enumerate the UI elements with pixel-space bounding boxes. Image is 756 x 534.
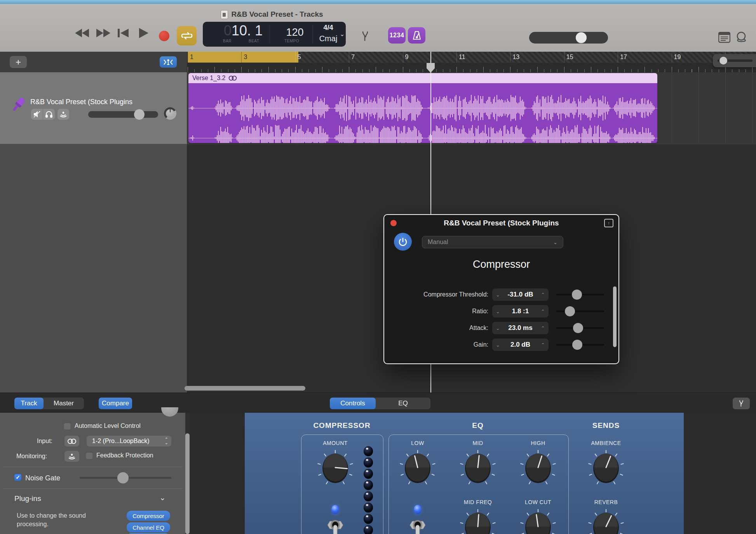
plugin-slot-compressor[interactable]: Compressor <box>127 511 170 521</box>
noise-gate-knob[interactable] <box>117 472 129 483</box>
loop-browser-icon[interactable] <box>735 31 747 44</box>
chevron-down-icon[interactable]: ⌄ <box>496 325 500 331</box>
param-row: Attack: ⌄23.0 ms⌃ <box>384 322 618 335</box>
gain-reduction-led <box>364 469 373 479</box>
editors-icon[interactable] <box>718 32 730 43</box>
eq-toggle-switch[interactable] <box>409 516 426 534</box>
play-button[interactable] <box>139 28 148 38</box>
param-stepper[interactable]: ⌄2.0 dB⌃ <box>492 339 549 351</box>
knob-amount[interactable] <box>316 447 355 490</box>
go-to-beginning-button[interactable] <box>118 28 129 38</box>
plugin-power-button[interactable] <box>394 233 412 251</box>
solo-button[interactable] <box>43 109 55 120</box>
chevron-down-icon[interactable]: ⌄ <box>340 30 345 38</box>
region-header[interactable]: Verse 1_3.2 <box>188 73 657 83</box>
param-value[interactable]: -31.0 dB <box>507 291 533 298</box>
param-stepper[interactable]: ⌄1.8 :1⌃ <box>492 305 549 318</box>
knob-reverb[interactable] <box>587 506 625 534</box>
bar-line <box>456 52 457 63</box>
param-slider[interactable] <box>556 327 604 329</box>
knob-low[interactable] <box>398 447 437 490</box>
mute-button[interactable] <box>31 109 43 120</box>
auto-level-checkbox[interactable] <box>64 422 71 429</box>
input-monitoring-button[interactable] <box>57 109 69 120</box>
panel-gap <box>190 413 245 534</box>
param-value[interactable]: 1.8 :1 <box>512 307 529 315</box>
record-button[interactable] <box>159 31 169 41</box>
input-format-button[interactable] <box>64 436 79 447</box>
param-value[interactable]: 2.0 dB <box>510 341 530 349</box>
track-volume-slider[interactable] <box>88 111 158 118</box>
chevron-down-icon[interactable]: ⌄ <box>496 292 500 298</box>
input-device-select[interactable]: 1-2 (Pro...LoopBack) ⌃⌄ <box>87 436 171 447</box>
knob-ambience[interactable] <box>587 447 625 490</box>
param-stepper[interactable]: ⌄-31.0 dB⌃ <box>492 288 549 301</box>
metronome-button[interactable] <box>408 27 425 44</box>
chevron-up-icon[interactable]: ⌃ <box>541 342 545 348</box>
cycle-button[interactable] <box>177 26 197 45</box>
plugin-slot-channel-eq[interactable]: Channel EQ <box>127 522 170 532</box>
plugins-description-2: processing. <box>17 521 49 528</box>
tab-controls[interactable]: Controls <box>330 398 376 409</box>
knob-mid[interactable] <box>458 447 497 490</box>
bar-line <box>295 52 296 63</box>
compressor-toggle-switch[interactable] <box>327 516 344 534</box>
track-name[interactable]: R&B Vocal Preset (Stock Plugins <box>30 98 132 106</box>
knob-mid-freq[interactable] <box>458 506 497 534</box>
lcd-beat-label: BEAT <box>249 39 259 43</box>
preset-dropdown[interactable]: Manual ⌄ <box>422 236 563 248</box>
param-slider-knob[interactable] <box>573 323 583 333</box>
zoom-slider[interactable] <box>713 54 756 67</box>
noise-gate-label: Noise Gate <box>25 474 60 482</box>
track-header[interactable]: R&B Vocal Preset (Stock Plugins <box>0 72 187 144</box>
zoom-slider-knob[interactable] <box>719 57 727 65</box>
param-label: Gain: <box>474 341 488 348</box>
plugin-scrollbar[interactable] <box>613 286 617 347</box>
param-slider-knob[interactable] <box>565 306 575 316</box>
add-track-button[interactable]: + <box>10 56 27 68</box>
param-slider-knob[interactable] <box>572 290 582 300</box>
lcd-display[interactable]: 010. 1 BAR BEAT 120 TEMPO 4/4 Cmaj ⌄ <box>203 22 346 47</box>
chevron-down-icon[interactable]: ⌄ <box>496 342 500 348</box>
monitoring-button[interactable] <box>64 451 79 462</box>
noise-gate-checkbox[interactable]: ✓ <box>14 474 21 481</box>
tab-track[interactable]: Track <box>14 398 44 409</box>
compare-button[interactable]: Compare <box>99 398 132 409</box>
pan-knob[interactable] <box>164 107 176 120</box>
chevron-up-icon[interactable]: ⌃ <box>541 309 545 314</box>
chevron-up-icon[interactable]: ⌃ <box>541 325 545 331</box>
open-in-window-icon[interactable]: ↑ <box>604 219 613 227</box>
track-volume-knob[interactable] <box>134 109 145 120</box>
audio-region[interactable]: Verse 1_3.2 <box>188 73 657 143</box>
param-slider[interactable] <box>556 344 604 346</box>
desktop-strip <box>0 0 756 4</box>
param-stepper[interactable]: ⌄23.0 ms⌃ <box>492 322 549 334</box>
knob-low-cut[interactable] <box>519 506 557 534</box>
fast-forward-button[interactable] <box>96 28 110 38</box>
master-volume-slider[interactable] <box>529 32 608 44</box>
catch-playhead-button[interactable] <box>160 56 177 68</box>
chevron-down-icon[interactable]: ⌄ <box>496 309 500 314</box>
count-in-button[interactable]: 1234 <box>388 27 406 44</box>
param-slider-knob[interactable] <box>572 340 582 350</box>
horizontal-scrollbar[interactable] <box>185 386 305 391</box>
param-slider[interactable] <box>556 294 604 295</box>
rewind-button[interactable] <box>75 28 90 38</box>
tab-eq[interactable]: EQ <box>376 398 430 409</box>
partial-knob <box>161 407 179 418</box>
param-value[interactable]: 23.0 ms <box>508 324 532 332</box>
master-volume-knob[interactable] <box>576 32 587 43</box>
chevron-up-icon[interactable]: ⌃ <box>541 292 545 298</box>
settings-scrollbar[interactable] <box>185 433 190 534</box>
tab-master[interactable]: Master <box>44 398 84 409</box>
tuner-button[interactable] <box>733 398 750 409</box>
ruler[interactable]: 13579111315171921 <box>187 52 756 63</box>
tuning-fork-icon[interactable] <box>359 30 371 42</box>
plugin-window[interactable]: R&B Vocal Preset (Stock Plugins ↑ Manual… <box>383 214 619 364</box>
cycle-region[interactable] <box>188 52 298 63</box>
feedback-protection-checkbox[interactable] <box>86 452 93 459</box>
knob-high[interactable] <box>519 447 557 490</box>
chevron-down-icon[interactable]: ⌄ <box>159 493 166 502</box>
noise-gate-slider[interactable] <box>80 477 171 479</box>
param-slider[interactable] <box>556 311 604 312</box>
